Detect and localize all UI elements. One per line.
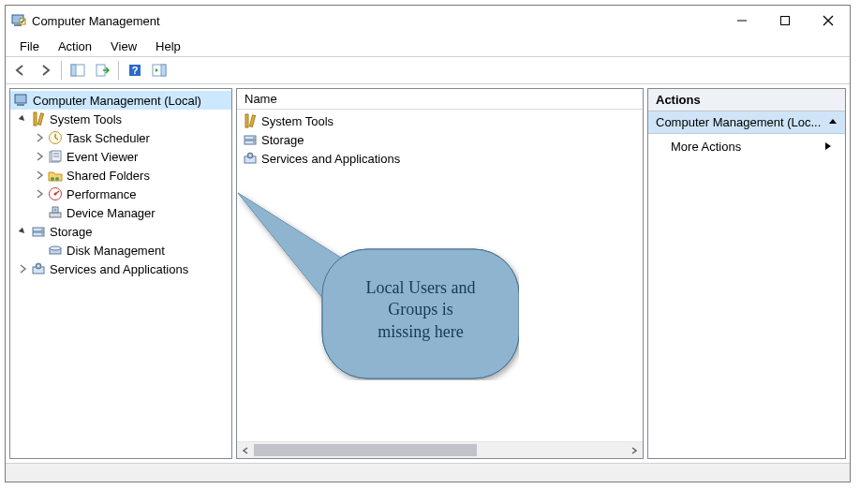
clock-icon — [48, 130, 63, 145]
svg-point-33 — [41, 233, 43, 235]
list-body[interactable]: System Tools Storage Services and Applic… — [237, 110, 643, 441]
minimize-button[interactable] — [720, 7, 764, 35]
scroll-track[interactable] — [254, 442, 626, 458]
tree-node-storage[interactable]: Storage — [10, 222, 231, 241]
services-apps-icon — [243, 151, 258, 166]
expander-closed-icon[interactable] — [33, 150, 46, 163]
svg-text:?: ? — [132, 65, 139, 76]
expander-open-icon[interactable] — [16, 112, 29, 126]
back-button[interactable] — [9, 59, 32, 82]
tree-node-disk-management[interactable]: Disk Management — [10, 241, 231, 259]
window-title: Computer Management — [32, 14, 160, 28]
menu-help[interactable]: Help — [147, 37, 189, 55]
close-button[interactable] — [807, 7, 850, 35]
svg-point-38 — [37, 265, 39, 267]
expander-closed-icon[interactable] — [33, 169, 46, 182]
show-hide-tree-button[interactable] — [67, 59, 89, 82]
list-item-services-apps[interactable]: Services and Applications — [241, 149, 639, 168]
tree-node-label: Performance — [67, 187, 136, 201]
scroll-left-button[interactable] — [237, 442, 254, 458]
scroll-thumb[interactable] — [254, 444, 477, 456]
svg-rect-13 — [161, 65, 166, 76]
show-hide-action-pane-button[interactable] — [148, 59, 171, 82]
console-tree-pane: Computer Management (Local) System Tools — [9, 88, 232, 459]
menubar: File Action View Help — [6, 36, 850, 56]
tree-node-services-apps[interactable]: Services and Applications — [10, 259, 231, 278]
content-area: Computer Management (Local) System Tools — [6, 84, 850, 463]
list-item-label: Services and Applications — [261, 152, 400, 166]
storage-icon — [31, 224, 46, 239]
svg-rect-4 — [781, 17, 790, 25]
tree-node-performance[interactable]: Performance — [10, 185, 231, 203]
actions-context-header[interactable]: Computer Management (Loc... — [648, 111, 845, 134]
expander-closed-icon[interactable] — [33, 131, 46, 144]
list-item-system-tools[interactable]: System Tools — [241, 111, 639, 130]
svg-point-44 — [253, 141, 255, 143]
svg-rect-39 — [245, 114, 248, 127]
console-tree[interactable]: Computer Management (Local) System Tools — [10, 89, 231, 458]
column-header-name[interactable]: Name — [237, 89, 643, 110]
system-tools-icon — [243, 113, 258, 128]
svg-rect-14 — [15, 95, 26, 103]
system-tools-icon — [31, 111, 46, 126]
forward-button[interactable] — [34, 59, 56, 82]
event-viewer-icon — [48, 149, 63, 164]
submenu-right-icon — [824, 140, 832, 154]
tree-node-system-tools[interactable]: System Tools — [10, 110, 231, 128]
menu-view[interactable]: View — [102, 37, 145, 55]
services-apps-icon — [31, 261, 46, 276]
svg-rect-15 — [17, 104, 24, 106]
device-manager-icon — [48, 205, 63, 220]
svg-point-32 — [41, 229, 43, 230]
expander-open-icon[interactable] — [16, 225, 29, 238]
toolbar-separator — [61, 61, 62, 80]
menu-file[interactable]: File — [11, 37, 48, 55]
tree-node-shared-folders[interactable]: Shared Folders — [10, 166, 231, 185]
svg-point-26 — [54, 193, 57, 196]
collapse-up-icon — [828, 115, 838, 129]
tree-node-label: Task Scheduler — [67, 131, 150, 145]
horizontal-scrollbar[interactable] — [237, 441, 643, 458]
computer-management-icon — [11, 13, 26, 28]
tree-node-label: Computer Management (Local) — [33, 94, 201, 108]
tree-node-label: Storage — [50, 225, 93, 239]
tree-node-label: Services and Applications — [50, 262, 188, 276]
shared-folders-icon — [48, 168, 63, 183]
list-item-label: System Tools — [261, 114, 334, 128]
scroll-right-button[interactable] — [626, 442, 643, 458]
tree-node-root[interactable]: Computer Management (Local) — [10, 91, 231, 110]
results-pane: Name System Tools Storage — [236, 88, 644, 459]
help-button[interactable]: ? — [124, 59, 146, 82]
actions-item-label: More Actions — [671, 140, 741, 154]
tree-node-device-manager[interactable]: Device Manager — [10, 203, 231, 222]
svg-point-23 — [51, 177, 54, 181]
computer-management-icon — [14, 93, 29, 108]
tree-node-label: System Tools — [50, 112, 122, 126]
tree-node-event-viewer[interactable]: Event Viewer — [10, 147, 231, 166]
statusbar — [6, 463, 850, 482]
performance-icon — [48, 186, 63, 201]
tree-node-task-scheduler[interactable]: Task Scheduler — [10, 128, 231, 147]
svg-point-29 — [54, 209, 57, 212]
actions-context-label: Computer Management (Loc... — [656, 115, 821, 129]
tree-node-label: Device Manager — [67, 206, 156, 220]
computer-management-window: Computer Management File Action View Hel… — [5, 5, 851, 482]
list-item-label: Storage — [261, 133, 304, 147]
svg-point-24 — [55, 177, 59, 181]
actions-more-actions[interactable]: More Actions — [648, 134, 845, 158]
titlebar: Computer Management — [6, 6, 850, 36]
list-item-storage[interactable]: Storage — [241, 130, 639, 149]
maximize-button[interactable] — [764, 7, 807, 35]
actions-pane-header: Actions — [648, 89, 845, 111]
storage-icon — [243, 132, 258, 147]
svg-rect-40 — [249, 115, 255, 126]
expander-closed-icon[interactable] — [33, 187, 46, 200]
expander-closed-icon[interactable] — [16, 262, 29, 275]
tree-node-label: Disk Management — [67, 244, 165, 258]
disk-management-icon — [48, 243, 63, 258]
menu-action[interactable]: Action — [50, 37, 100, 55]
svg-rect-27 — [50, 213, 61, 217]
export-list-button[interactable] — [91, 59, 113, 82]
tree-node-label: Shared Folders — [67, 169, 150, 183]
svg-rect-8 — [71, 65, 76, 76]
